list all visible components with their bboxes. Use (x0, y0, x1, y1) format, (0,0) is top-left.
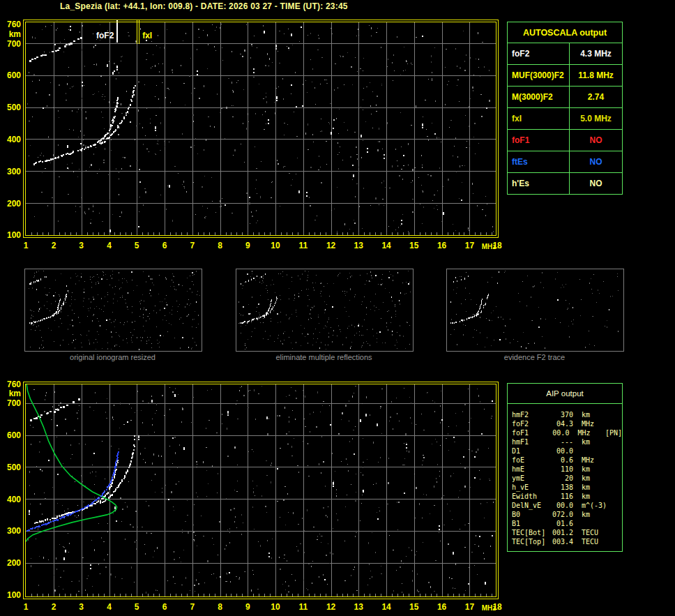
aip-row-hmF1: hmF1---km (512, 437, 622, 446)
y-tick-label: 300 (0, 526, 21, 536)
aip-row-unit: km (582, 410, 609, 419)
aip-row-label: TEC[Top] (512, 537, 551, 546)
aip-row-foE: foE0.6MHz (512, 456, 622, 465)
x-axis-unit-mhz: MHz (478, 604, 499, 612)
aip-output-table: AIP output hmF2370kmfoF204.3MHzfoF100.0M… (507, 383, 623, 552)
x-tick-label: 8 (211, 241, 229, 250)
x-tick-label: 9 (238, 602, 257, 612)
autoscala-row-foF1: foF1NO (508, 130, 622, 151)
x-tick-label: 15 (405, 241, 423, 250)
x-tick-label: 14 (377, 602, 395, 612)
x-tick-label: 11 (294, 602, 312, 612)
autoscala-row-M3000F2: M(3000)F22.74 (508, 87, 622, 108)
foF2-marker-label: foF2 (96, 31, 114, 40)
aip-row-label: hmE (512, 465, 551, 474)
aip-row-value: 00.0 (551, 446, 573, 456)
aip-row-value: --- (551, 437, 573, 446)
aip-row-ymE: ymE20km (512, 474, 622, 483)
x-tick-label: 15 (405, 602, 423, 612)
thumbnail-eliminate-reflections (236, 269, 414, 352)
x-tick-label: 6 (156, 602, 174, 612)
aip-row-unit: km (582, 510, 609, 519)
aip-row-unit: MHz (582, 456, 609, 465)
x-tick-label: 5 (128, 602, 146, 612)
aip-row-label: DelN_vE (512, 501, 551, 510)
aip-row-foF1: foF100.0MHz[PN] (512, 428, 622, 437)
autoscala-row-value: 2.74 (570, 87, 622, 107)
aip-row-label: hmF1 (512, 437, 551, 446)
x-tick-label: 11 (294, 241, 312, 250)
x-tick-label: 6 (156, 241, 174, 250)
aip-row-hmF2: hmF2370km (512, 410, 622, 419)
aip-row-value: 04.3 (551, 419, 573, 428)
aip-row-foF2: foF204.3MHz (512, 419, 622, 428)
autoscala-row-label: ftEs (508, 151, 570, 172)
autoscala-row-hEs: h'EsNO (508, 173, 622, 194)
aip-row-unit: km (582, 465, 609, 474)
x-tick-label: 10 (266, 241, 285, 250)
autoscala-row-value: 11.8 MHz (570, 65, 622, 86)
autoscala-row-foF2: foF24.3 MHz (508, 43, 622, 65)
x-tick-label: 4 (100, 241, 119, 250)
x-tick-label: 16 (433, 241, 451, 250)
aip-row-label: foF2 (512, 419, 551, 428)
aip-row-value: 01.6 (551, 519, 573, 528)
y-tick-label: 100 (0, 230, 21, 240)
aip-row-value: 110 (551, 465, 573, 474)
autoscala-row-label: M(3000)F2 (508, 87, 570, 107)
y-tick-label: 400 (0, 135, 21, 144)
x-tick-label: 1 (17, 241, 35, 250)
autoscala-row-label: foF2 (508, 43, 570, 64)
aip-row-unit: km (582, 483, 609, 492)
y-tick-label: 200 (0, 558, 21, 568)
x-tick-label: 17 (460, 241, 478, 250)
x-tick-label: 13 (349, 602, 367, 612)
y-tick-label: 100 (0, 590, 21, 600)
aip-row-unit: km (582, 492, 609, 501)
aip-row-unit (582, 519, 609, 528)
autoscala-row-MUF3000F2: MUF(3000)F211.8 MHz (508, 65, 622, 87)
autoscala-row-ftEs: ftEsNO (508, 151, 622, 173)
autoscala-row-value: 4.3 MHz (570, 43, 622, 64)
aip-row-Ewidth: Ewidth116km (512, 492, 622, 501)
autoscala-table-header: AUTOSCALA output (508, 22, 622, 43)
aip-row-label: B0 (512, 510, 551, 519)
y-tick-label: 760 (0, 20, 21, 29)
aip-row-B1: B101.6 (512, 519, 622, 528)
x-tick-label: 10 (266, 602, 285, 612)
thumbnail-original-ionogram (24, 269, 202, 352)
x-axis-unit-mhz: MHz (478, 243, 499, 250)
aip-row-value: 00.0 (548, 428, 569, 437)
aip-table-body: hmF2370kmfoF204.3MHzfoF100.0MHz[PN]hmF1-… (508, 404, 622, 546)
aip-row-value: 0.6 (551, 456, 573, 465)
aip-row-unit (582, 446, 609, 456)
autoscala-row-label: MUF(3000)F2 (508, 65, 570, 86)
aip-row-value: 370 (551, 410, 573, 419)
x-tick-label: 12 (322, 241, 340, 250)
x-tick-label: 13 (349, 241, 367, 250)
aip-row-label: B1 (512, 519, 551, 528)
x-tick-label: 7 (183, 241, 202, 250)
aip-row-unit: TECU (582, 528, 609, 537)
aip-row-unit: TECU (582, 537, 609, 546)
thumbnail-evidence-f2-trace (446, 269, 624, 352)
y-tick-label: 300 (0, 167, 21, 176)
y-tick-label: 600 (0, 430, 21, 440)
aip-row-label: hmF2 (512, 410, 551, 419)
x-tick-label: 12 (322, 602, 340, 612)
y-axis-unit-km: km (0, 29, 21, 39)
autoscala-window: La_Spezia (lat: +44.1, lon: 009.8) - DAT… (0, 0, 675, 616)
aip-row-unit: km (582, 437, 609, 446)
aip-row-value: 00.0 (551, 501, 573, 510)
aip-row-TECBot: TEC[Bot]001.2TECU (512, 528, 622, 537)
x-tick-label: 14 (377, 241, 395, 250)
x-tick-label: 3 (73, 241, 91, 250)
y-tick-label: 500 (0, 463, 21, 472)
aip-row-value: 001.2 (551, 528, 573, 537)
aip-table-header: AIP output (508, 384, 622, 404)
thumbnail-caption: evidence F2 trace (446, 353, 623, 361)
aip-row-unit: m^(-3) (582, 501, 609, 510)
aip-row-value: 072.0 (551, 510, 573, 519)
aip-row-D1: D100.0 (512, 446, 622, 456)
x-tick-label: 9 (238, 241, 257, 250)
